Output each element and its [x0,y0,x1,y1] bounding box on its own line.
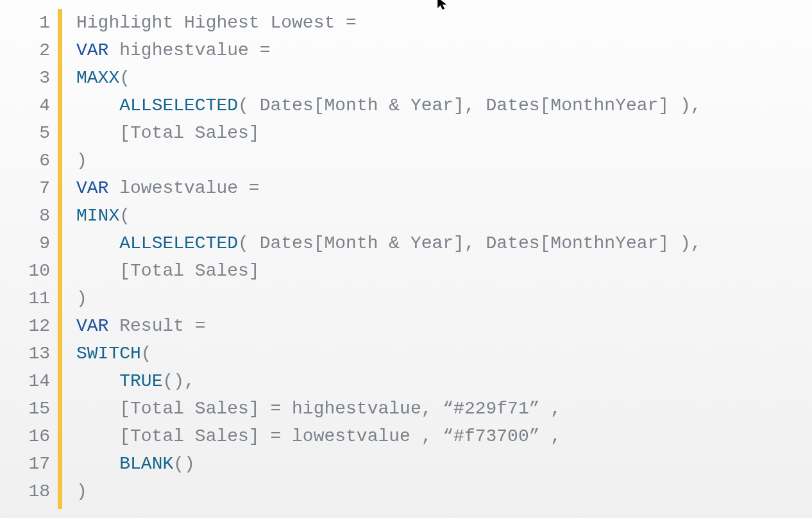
line-number: 1 [0,9,50,37]
token-txt: ( Dates[Month & Year], Dates[MonthnYear]… [238,96,702,115]
code-line[interactable]: TRUE(), [76,367,812,395]
token-fn: TRUE [119,371,162,391]
line-number: 15 [0,395,50,422]
code-line[interactable]: ALLSELECTED( Dates[Month & Year], Dates[… [76,230,812,257]
token-txt [76,454,119,474]
token-txt: [Total Sales] [76,261,260,281]
line-number: 12 [0,312,50,340]
line-number: 10 [0,257,50,285]
line-number: 2 [0,37,50,64]
token-fn: BLANK [119,454,173,474]
token-txt: lowestvalue = [108,178,259,198]
token-txt [76,96,119,115]
token-txt: (), [162,371,194,391]
code-line[interactable]: MINX( [76,202,812,230]
token-txt: ) [76,481,87,501]
line-number: 13 [0,340,50,367]
token-txt [76,233,119,253]
change-marker-bar [58,9,62,509]
token-txt: ) [76,151,87,171]
token-txt: ( Dates[Month & Year], Dates[MonthnYear]… [238,233,702,253]
token-txt: [Total Sales] = highestvalue, “#229f71” … [76,399,561,419]
line-number: 3 [0,64,50,92]
code-area[interactable]: Highlight Highest Lowest =VAR highestval… [76,9,812,509]
token-fn: ALLSELECTED [119,233,238,253]
line-number: 14 [0,367,50,395]
line-number: 4 [0,92,50,119]
token-txt: ) [76,288,87,308]
line-number: 18 [0,478,50,505]
token-txt: ( [119,68,130,88]
code-line[interactable]: VAR highestvalue = [76,37,812,64]
token-kw: VAR [76,40,108,60]
line-number: 8 [0,202,50,230]
token-txt: ( [141,344,152,363]
dax-formula-editor[interactable]: 123456789101112131415161718 Highlight Hi… [0,0,812,518]
code-line[interactable]: [Total Sales] [76,119,812,147]
code-line[interactable]: [Total Sales] [76,257,812,285]
token-txt: ( [119,206,130,226]
line-number: 7 [0,174,50,202]
code-line[interactable]: BLANK() [76,450,812,478]
code-line[interactable]: ALLSELECTED( Dates[Month & Year], Dates[… [76,92,812,119]
code-line[interactable]: SWITCH( [76,340,812,367]
line-number: 9 [0,230,50,257]
token-txt: [Total Sales] = lowestvalue , “#f73700” … [76,426,561,446]
token-kw: VAR [76,316,108,336]
token-txt: highestvalue = [108,40,270,60]
token-txt: [Total Sales] [76,123,260,143]
token-kw: VAR [76,178,108,198]
code-line[interactable]: VAR lowestvalue = [76,174,812,202]
code-line[interactable]: VAR Result = [76,312,812,340]
token-fn: MAXX [76,68,119,88]
code-line[interactable]: MAXX( [76,64,812,92]
token-fn: SWITCH [76,344,141,363]
token-txt: () [173,454,195,474]
token-fn: MINX [76,206,119,226]
line-number-gutter: 123456789101112131415161718 [0,9,58,509]
line-number: 5 [0,119,50,147]
line-number: 11 [0,285,50,312]
code-line[interactable]: Highlight Highest Lowest = [76,9,812,37]
code-line[interactable]: ) [76,285,812,312]
line-number: 16 [0,422,50,450]
line-number: 6 [0,147,50,174]
code-line[interactable]: ) [76,147,812,174]
line-number: 17 [0,450,50,478]
code-line[interactable]: [Total Sales] = lowestvalue , “#f73700” … [76,422,812,450]
token-txt: Result = [108,316,205,336]
code-line[interactable]: ) [76,478,812,505]
token-fn: ALLSELECTED [119,96,238,115]
token-txt [76,371,119,391]
token-txt: Highlight Highest Lowest = [76,13,357,33]
code-line[interactable]: [Total Sales] = highestvalue, “#229f71” … [76,395,812,422]
